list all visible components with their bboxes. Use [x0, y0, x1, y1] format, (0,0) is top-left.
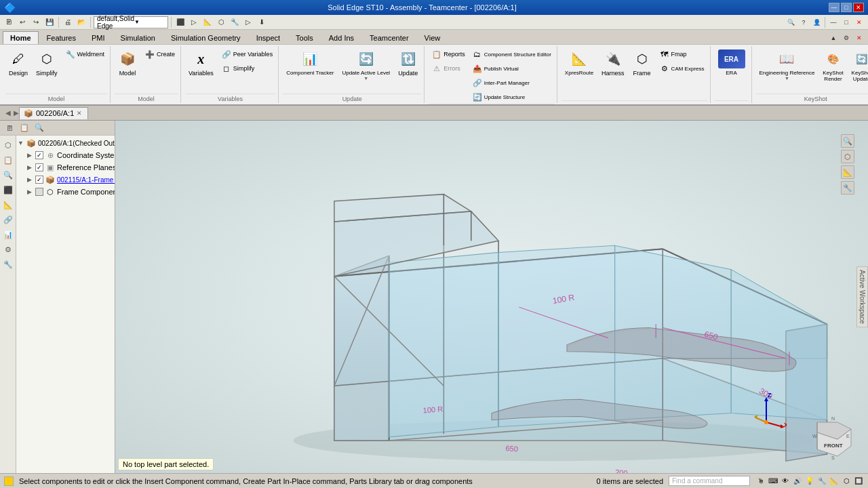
qa-new-button[interactable]: 🖹 — [3, 16, 15, 28]
tab-view[interactable]: View — [417, 31, 448, 44]
update-button[interactable]: 🔃 Update — [395, 47, 421, 79]
tab-teamcenter[interactable]: Teamcenter — [362, 31, 416, 44]
fmap-button[interactable]: 🗺 Fmap — [656, 47, 707, 61]
doc-tab-close[interactable]: ✕ — [77, 110, 82, 117]
right-icon-2[interactable]: ⬡ — [841, 150, 854, 163]
qa-more-button[interactable]: ▷ — [242, 16, 254, 28]
left-icon-7[interactable]: 📊 — [1, 228, 15, 241]
active-workspace-panel[interactable]: Active Workspace — [856, 266, 868, 327]
tree-item-framecomp[interactable]: ▶ ⬡ Frame Components — [16, 186, 115, 198]
update-active-level-button[interactable]: 🔄 Update Active Level ▼ — [338, 47, 393, 83]
ribbon-close2-button[interactable]: ✕ — [853, 32, 865, 44]
help-search-button[interactable]: 🔍 — [785, 16, 797, 28]
qa-save-button[interactable]: 💾 — [43, 16, 56, 28]
status-icon-mouse[interactable]: 🖱 — [755, 476, 766, 486]
close-button[interactable]: ✕ — [853, 3, 864, 12]
left-icon-4[interactable]: ⬛ — [1, 183, 15, 197]
qa-layout-button[interactable]: ⬛ — [174, 16, 186, 28]
engineering-ref-button[interactable]: 📖 Engineering Reference ▼ — [756, 47, 818, 83]
win2-minimize[interactable]: — — [827, 16, 840, 28]
view-cube[interactable]: FRONT N E S W — [807, 412, 861, 466]
tree-item-refplanes[interactable]: ▶ ✓ ▣ Reference Planes — [16, 161, 115, 174]
account-button[interactable]: 👤 — [810, 16, 823, 28]
status-icon-light[interactable]: 💡 — [804, 476, 815, 486]
frame-button[interactable]: ⬡ Frame — [629, 47, 655, 79]
tree-item-framebody[interactable]: ▶ ✓ 📦 002115/A:1-Frame Body:1 — [16, 174, 115, 186]
simplify2-button[interactable]: ◻ Simplify — [218, 62, 275, 75]
qa-tool1-button[interactable]: ⬡ — [215, 16, 227, 28]
status-icon-snap[interactable]: 📐 — [829, 476, 840, 486]
viewport[interactable]: 100 R 650 300 100 R 650 200 Z — [115, 121, 868, 473]
doc-tab-main[interactable]: 📦 002206/A:1 ✕ — [19, 107, 88, 119]
qa-open-button[interactable]: 📂 — [75, 16, 87, 28]
qa-customize-button[interactable]: ⬇ — [256, 16, 268, 28]
design-button[interactable]: 🖊 Design — [5, 47, 31, 79]
status-icon-keyboard[interactable]: ⌨ — [768, 476, 778, 486]
tab-sim-geometry[interactable]: Simulation Geometry — [163, 31, 248, 44]
qa-undo-button[interactable]: ↩ — [16, 16, 28, 28]
left-icon-3[interactable]: 🔍 — [1, 168, 15, 182]
left-icon-6[interactable]: 🔗 — [1, 213, 15, 226]
ribbon-minimize-button[interactable]: ▲ — [827, 32, 840, 44]
model-button[interactable]: 📦 Model — [115, 47, 140, 79]
tree-toggle-framebody[interactable]: ▶ — [27, 176, 35, 183]
tab-tools[interactable]: Tools — [288, 31, 321, 44]
inter-part-manager-button[interactable]: 🔗 Inter-Part Manager — [469, 76, 554, 89]
comp-structure-editor-button[interactable]: 🗂 Component Structure Editor — [469, 47, 554, 61]
tree-check-framebody[interactable]: ✓ — [35, 176, 43, 184]
peer-variables-button[interactable]: 🔗 Peer Variables — [218, 47, 275, 61]
qa-views-button[interactable]: ▷ — [188, 16, 200, 28]
tab-simulation[interactable]: Simulation — [113, 31, 163, 44]
panel-icon-3[interactable]: 🔍 — [33, 121, 46, 135]
panel-icon-2[interactable]: 📋 — [18, 121, 31, 135]
qa-print-button[interactable]: 🖨 — [62, 16, 74, 28]
right-icon-4[interactable]: 🔧 — [841, 181, 854, 195]
status-icon-grid[interactable]: ⬡ — [841, 476, 852, 486]
tree-toggle-framecomp[interactable]: ▶ — [27, 188, 35, 195]
ribbon-settings-button[interactable]: ⚙ — [840, 32, 852, 44]
qa-measure-button[interactable]: 📐 — [201, 16, 214, 28]
win2-restore[interactable]: □ — [840, 16, 852, 28]
errors-button[interactable]: ⚠ Errors — [429, 62, 468, 75]
variables-button[interactable]: x Variables — [185, 47, 217, 79]
keyshot-update-button[interactable]: 🔄 KeyShot Update — [848, 47, 868, 84]
tab-nav-right[interactable]: ▶ — [14, 109, 19, 117]
status-icon-tool[interactable]: 🔧 — [816, 476, 827, 486]
tab-pmi[interactable]: PMI — [84, 31, 113, 44]
status-icon-view[interactable]: 👁 — [780, 476, 791, 486]
tab-addins[interactable]: Add Ins — [321, 31, 361, 44]
restore-button[interactable]: □ — [841, 3, 852, 12]
left-icon-5[interactable]: 📐 — [1, 198, 15, 211]
tab-home[interactable]: Home — [3, 31, 39, 44]
left-icon-9[interactable]: 🔧 — [1, 258, 15, 271]
keyshot-render-button[interactable]: 🎨 KeyShot Render — [819, 47, 846, 84]
left-icon-1[interactable]: ⬡ — [1, 138, 15, 152]
era-button[interactable]: ERA ERA — [715, 47, 749, 78]
panel-icon-1[interactable]: 🖹 — [3, 121, 16, 135]
publish-virtual-button[interactable]: 📤 Publish Virtual — [469, 62, 554, 75]
tree-item-root[interactable]: ▼ 📦 002206/A:1(Checked Out To You)(Lates… — [16, 137, 115, 149]
minimize-button[interactable]: — — [829, 3, 840, 12]
right-icon-1[interactable]: 🔍 — [841, 134, 854, 148]
help-button[interactable]: ? — [797, 16, 810, 28]
simplify-button[interactable]: ⬡ Simplify — [33, 47, 61, 79]
create-button[interactable]: ➕ Create — [142, 47, 178, 61]
find-command-field[interactable]: Find a command — [669, 476, 750, 486]
left-icon-2[interactable]: 📋 — [1, 153, 15, 167]
weldment-button[interactable]: 🔧 Weldment — [62, 47, 107, 61]
tree-check-framecomp[interactable] — [35, 188, 43, 196]
tree-toggle-refplanes[interactable]: ▶ — [27, 164, 35, 171]
tree-check-refplanes[interactable]: ✓ — [35, 163, 43, 171]
left-icon-8[interactable]: ⚙ — [1, 243, 15, 256]
status-icon-sound[interactable]: 🔊 — [792, 476, 803, 486]
win2-close[interactable]: ✕ — [853, 16, 865, 28]
qa-redo-button[interactable]: ↪ — [30, 16, 42, 28]
tab-nav-left[interactable]: ◀ — [5, 109, 11, 117]
reports-button[interactable]: 📋 Reports — [429, 47, 468, 61]
tree-item-coord[interactable]: ▶ ✓ ⊕ Coordinate Systems — [16, 149, 115, 161]
tree-toggle-root[interactable]: ▼ — [18, 140, 26, 146]
component-tracker-button[interactable]: 📊 Component Tracker — [283, 47, 337, 78]
right-icon-3[interactable]: 📐 — [841, 165, 854, 179]
status-icon-box[interactable]: 🔲 — [853, 476, 864, 486]
harness-button[interactable]: 🔌 Harness — [598, 47, 628, 79]
